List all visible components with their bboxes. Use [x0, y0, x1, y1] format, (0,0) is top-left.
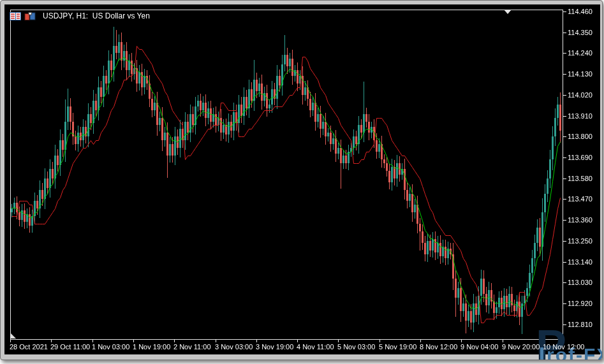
time-axis-label: 5 Nov 03:00 — [337, 343, 375, 351]
time-axis-label: 4 Nov 11:00 — [297, 343, 334, 351]
time-axis-label: 3 Nov 19:00 — [256, 343, 293, 351]
price-tick-label: 112.920 — [568, 300, 593, 307]
time-axis-label: 28 Oct 2021 — [10, 343, 48, 351]
price-tick-label: 114.020 — [568, 91, 593, 99]
price-tick-label: 113.580 — [568, 175, 593, 182]
time-axis-label: 29 Oct 11:00 — [50, 343, 90, 351]
price-tick-label: 114.350 — [568, 29, 593, 36]
time-axis-label: 1 Nov 19:00 — [133, 343, 170, 351]
chart-area: USDJPY, H1: US Dollar vs Yen 114.460114.… — [4, 4, 600, 354]
time-axis-label: 5 Nov 19:00 — [379, 343, 416, 351]
price-tick-label: 113.360 — [568, 216, 593, 224]
price-tick-label: 112.810 — [568, 321, 593, 328]
price-tick-label: 114.460 — [568, 8, 593, 15]
time-axis-label: 9 Nov 04:00 — [460, 343, 498, 351]
time-axis-label: 8 Nov 12:00 — [420, 343, 457, 351]
time-axis-label: 10 Nov 12:00 — [543, 343, 584, 351]
price-tick-label: 113.910 — [568, 112, 593, 120]
price-tick-label: 113.690 — [568, 154, 593, 161]
chart-canvas[interactable] — [4, 4, 600, 354]
price-tick-label: 113.030 — [568, 279, 593, 286]
time-axis-label: 2 Nov 11:00 — [173, 343, 211, 351]
price-tick-label: 113.800 — [568, 133, 593, 140]
chart-symbol-icon[interactable] — [24, 12, 36, 20]
price-tick-label: 113.140 — [568, 258, 593, 266]
time-marker-icon — [504, 10, 512, 14]
chart-header: USDJPY, H1: US Dollar vs Yen — [10, 11, 150, 20]
time-axis-label: 1 Nov 03:00 — [92, 343, 129, 351]
market-watch-icon[interactable] — [10, 12, 21, 20]
chart-title: USDJPY, H1: US Dollar vs Yen — [43, 11, 150, 20]
price-tick-label: 113.250 — [568, 237, 593, 245]
time-axis-label: 3 Nov 03:00 — [215, 343, 253, 351]
chart-window: USDJPY, H1: US Dollar vs Yen 114.460114.… — [0, 0, 603, 360]
price-tick-label: 113.470 — [568, 195, 593, 203]
price-tick-label: 114.240 — [568, 49, 593, 57]
time-axis-label: 9 Nov 20:00 — [502, 343, 540, 351]
price-tick-label: 114.130 — [568, 70, 593, 78]
